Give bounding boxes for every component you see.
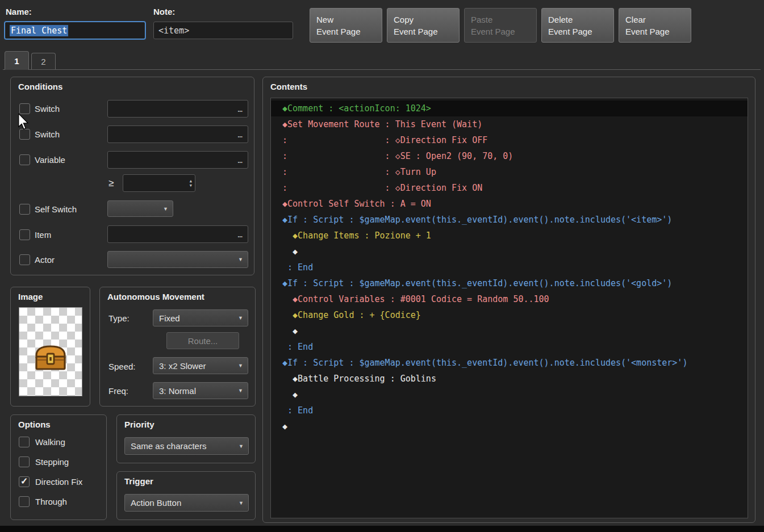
variable-checkbox[interactable] — [19, 154, 30, 165]
option-checkbox[interactable] — [19, 476, 30, 487]
event-command-line[interactable]: ◆If : Script : $gameMap.event(this._even… — [271, 212, 748, 228]
button-line1: Copy — [394, 15, 414, 24]
event-command-text: ◆Change Items : Pozione + 1 — [282, 231, 431, 241]
event-command-line[interactable]: : End — [271, 339, 748, 355]
movement-freq-label: Freq: — [108, 386, 128, 396]
event-command-text: : : ◇Direction Fix OFF — [282, 135, 487, 145]
trigger-dropdown[interactable]: Action Button ▼ — [124, 494, 249, 512]
event-image-picker[interactable] — [19, 307, 82, 396]
item-label: Item — [35, 230, 51, 240]
event-command-text: ◆ — [282, 246, 298, 257]
tab-2-label: 2 — [41, 57, 45, 66]
name-label: Name: — [6, 7, 32, 16]
event-command-line[interactable]: ◆If : Script : $gameMap.event(this._even… — [271, 355, 748, 371]
switch2-label: Switch — [35, 129, 60, 139]
event-command-line[interactable]: : End — [271, 403, 748, 418]
option-label: Stepping — [35, 457, 69, 467]
trigger-group: Trigger Action Button ▼ — [116, 471, 256, 520]
option-row[interactable]: Direction Fix — [19, 472, 102, 492]
item-browse-button[interactable]: … — [238, 230, 243, 239]
option-row[interactable]: Walking — [19, 432, 102, 452]
event-command-line[interactable]: ◆Change Gold : + {Codice} — [271, 307, 748, 323]
event-command-text: ◆Comment : <actionIcon: 1024> — [282, 103, 431, 114]
event-command-line[interactable]: ◆Control Self Switch : A = ON — [271, 196, 748, 212]
option-row[interactable]: Stepping — [19, 452, 102, 472]
option-label: Walking — [35, 437, 65, 447]
event-command-line[interactable]: ◆Set Movement Route : This Event (Wait) — [271, 116, 748, 132]
event-page-button[interactable]: CopyEvent Page — [387, 8, 460, 43]
event-page-button[interactable]: NewEvent Page — [310, 8, 382, 43]
event-command-line[interactable]: ◆Change Items : Pozione + 1 — [271, 228, 748, 244]
event-page-button[interactable]: PasteEvent Page — [464, 8, 537, 43]
event-page-button[interactable]: ClearEvent Page — [619, 8, 691, 43]
chevron-down-icon: ▼ — [239, 443, 244, 449]
movement-freq-dropdown[interactable]: 3: Normal ▼ — [153, 382, 248, 399]
movement-type-label: Type: — [108, 313, 130, 323]
variable-browse-button[interactable]: … — [238, 156, 243, 165]
event-command-text: ◆Battle Processing : Goblins — [282, 374, 436, 384]
trigger-title: Trigger — [124, 476, 153, 486]
tab-page-1[interactable]: 1 — [5, 51, 29, 70]
chevron-down-icon: ▼ — [238, 388, 243, 393]
self-switch-checkbox[interactable] — [19, 204, 30, 215]
actor-dropdown[interactable]: ▼ — [107, 251, 248, 268]
switch1-label: Switch — [35, 104, 60, 114]
event-command-text: ◆ — [282, 421, 287, 432]
option-row[interactable]: Through — [19, 492, 102, 512]
movement-type-dropdown[interactable]: Fixed ▼ — [153, 309, 248, 326]
switch1-checkbox[interactable] — [19, 103, 30, 114]
option-checkbox[interactable] — [19, 496, 30, 507]
route-button-label: Route... — [188, 336, 218, 346]
event-command-text: ◆ — [282, 326, 298, 336]
chevron-down-icon: ▼ — [163, 206, 168, 212]
event-command-line[interactable]: ◆ — [271, 323, 748, 339]
event-command-text: ◆ — [282, 389, 298, 400]
switch2-browse-button[interactable]: … — [238, 130, 243, 139]
switch1-input[interactable]: … — [107, 100, 248, 118]
spinner-arrows[interactable]: ▲▼ — [190, 175, 192, 191]
event-command-line[interactable]: : : ◇Direction Fix OFF — [271, 132, 748, 148]
note-input-value: <item> — [158, 26, 189, 36]
tab-page-2[interactable]: 2 — [31, 53, 56, 70]
event-page-button[interactable]: DeleteEvent Page — [541, 8, 614, 43]
event-command-line[interactable]: ◆Battle Processing : Goblins — [271, 371, 748, 387]
spinner-up-icon[interactable]: ▲ — [190, 179, 192, 183]
actor-label: Actor — [35, 255, 55, 265]
event-command-line[interactable]: ◆ — [271, 244, 748, 259]
button-line2: Event Page — [394, 27, 438, 36]
event-command-line[interactable]: ◆If : Script : $gameMap.event(this._even… — [271, 275, 748, 291]
event-command-list[interactable]: ◆Comment : <actionIcon: 1024> ◆Set Movem… — [270, 98, 748, 518]
chevron-down-icon: ▼ — [238, 257, 243, 262]
event-command-line[interactable]: ◆ — [271, 387, 748, 403]
event-command-text: ◆Set Movement Route : This Event (Wait) — [282, 119, 482, 129]
conditions-title: Conditions — [18, 82, 62, 91]
variable-value-spinner[interactable]: ▲▼ — [123, 174, 195, 192]
item-checkbox[interactable] — [19, 229, 30, 240]
event-command-line[interactable]: ◆Control Variables : #0001 Codice = Rand… — [271, 291, 748, 307]
option-checkbox[interactable] — [19, 437, 30, 447]
spinner-down-icon[interactable]: ▼ — [190, 183, 192, 188]
self-switch-dropdown[interactable]: ▼ — [107, 200, 173, 217]
item-input[interactable]: … — [107, 225, 248, 243]
route-button[interactable]: Route... — [166, 332, 239, 349]
event-command-line[interactable]: : End — [271, 259, 748, 275]
event-command-line[interactable]: ◆ — [271, 418, 748, 434]
option-checkbox[interactable] — [19, 456, 30, 467]
switch1-browse-button[interactable]: … — [238, 104, 243, 114]
event-command-line[interactable]: : : ◇Turn Up — [271, 164, 748, 180]
priority-dropdown[interactable]: Same as characters ▼ — [124, 437, 249, 455]
button-line2: Event Page — [316, 27, 361, 36]
button-line2: Event Page — [471, 27, 515, 36]
image-group: Image — [10, 287, 90, 407]
actor-checkbox[interactable] — [19, 254, 30, 265]
name-input[interactable]: Final Chest — [5, 22, 145, 39]
event-command-line[interactable]: : : ◇SE : Open2 (90, 70, 0) — [271, 148, 748, 164]
movement-speed-dropdown[interactable]: 3: x2 Slower ▼ — [153, 357, 248, 374]
event-command-line[interactable]: ◆Comment : <actionIcon: 1024> — [271, 100, 748, 116]
autonomous-movement-group: Autonomous Movement Type: Fixed ▼ Route.… — [99, 287, 256, 407]
event-command-line[interactable]: : : ◇Direction Fix ON — [271, 180, 748, 196]
variable-input[interactable]: … — [107, 151, 248, 169]
note-input[interactable]: <item> — [153, 22, 293, 39]
event-command-text: : End — [282, 342, 313, 352]
switch2-input[interactable]: … — [107, 125, 248, 143]
